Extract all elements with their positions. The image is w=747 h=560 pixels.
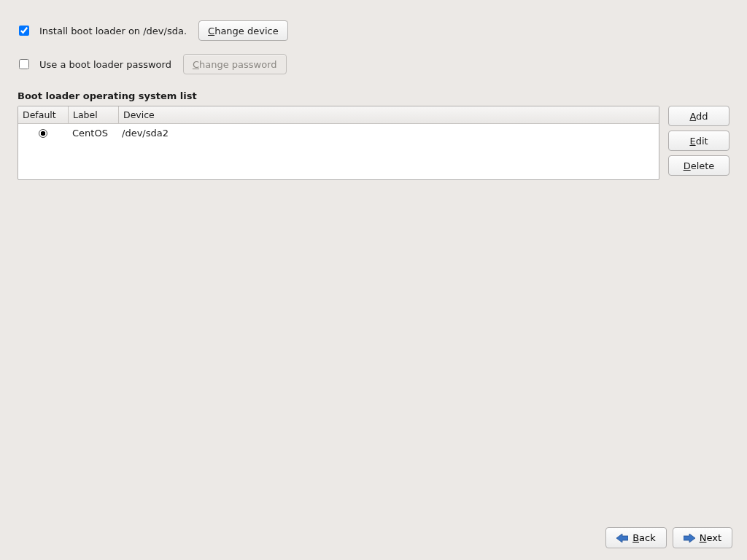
install-boot-loader-label: Install boot loader on /dev/sda.: [39, 26, 193, 36]
change-password-button: Change password: [183, 54, 287, 74]
wizard-nav-bar: Back Next: [605, 527, 732, 548]
change-device-button[interactable]: Change device: [198, 20, 288, 41]
os-list-table[interactable]: Default Label Device CentOS /dev/sda2: [18, 106, 659, 180]
os-list-body: CentOS /dev/sda2: [18, 124, 659, 179]
col-header-device[interactable]: Device: [119, 106, 659, 123]
row-device-cell: /dev/sda2: [117, 124, 659, 142]
boot-loader-password-checkbox[interactable]: [19, 59, 29, 69]
col-header-label[interactable]: Label: [69, 106, 119, 123]
delete-button[interactable]: Delete: [668, 155, 729, 176]
edit-button[interactable]: Edit: [668, 131, 729, 151]
os-list-header: Default Label Device: [18, 106, 659, 124]
row-default-cell[interactable]: [18, 125, 68, 141]
row-label-cell: CentOS: [68, 124, 117, 142]
arrow-left-icon: [616, 534, 628, 542]
os-list-side-buttons: Add Edit Delete: [668, 106, 729, 176]
radio-selected-icon: [39, 129, 47, 138]
boot-loader-password-row: Use a boot loader password Change passwo…: [18, 54, 729, 74]
next-button-label: Next: [700, 532, 721, 543]
back-button-label: Back: [632, 532, 656, 543]
svg-marker-0: [616, 534, 628, 542]
install-boot-loader-row: Install boot loader on /dev/sda. Change …: [18, 20, 729, 41]
boot-loader-config-page: Install boot loader on /dev/sda. Change …: [0, 0, 747, 560]
os-list-area: Default Label Device CentOS /dev/sda2 Ad…: [18, 106, 729, 180]
table-row[interactable]: CentOS /dev/sda2: [18, 124, 659, 142]
col-header-default[interactable]: Default: [18, 106, 69, 123]
arrow-right-icon: [684, 534, 695, 542]
next-button[interactable]: Next: [673, 527, 732, 548]
boot-loader-password-label: Use a boot loader password: [39, 59, 177, 70]
os-list-heading: Boot loader operating system list: [18, 90, 729, 101]
svg-marker-1: [684, 534, 695, 542]
install-boot-loader-checkbox[interactable]: [19, 26, 29, 36]
back-button[interactable]: Back: [605, 527, 667, 548]
add-button[interactable]: Add: [668, 106, 729, 126]
